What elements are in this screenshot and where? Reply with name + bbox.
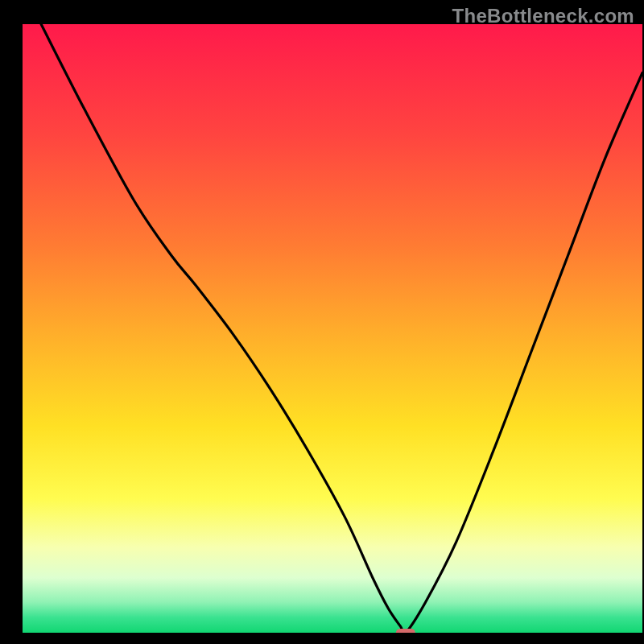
gradient-background [23, 24, 642, 633]
minimum-marker [396, 629, 415, 633]
minimum-marker-pill [396, 629, 415, 633]
chart-frame: TheBottleneck.com [11, 0, 644, 633]
plot-area [23, 24, 642, 633]
chart-svg [23, 24, 642, 633]
